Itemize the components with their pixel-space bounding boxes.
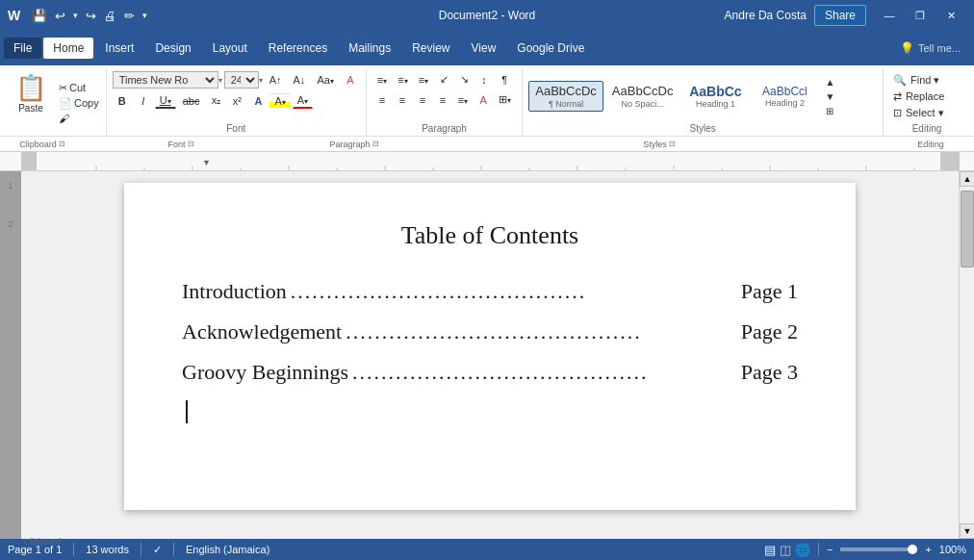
status-separator-4 xyxy=(818,543,819,556)
vertical-scrollbar[interactable]: ▲ ▼ xyxy=(959,171,974,539)
decrease-indent-button[interactable]: ↙ xyxy=(434,71,453,88)
redo-button[interactable]: ↪ xyxy=(84,7,98,25)
paragraph-expand[interactable]: Paragraph ⊡ xyxy=(277,137,431,151)
sort-button[interactable]: ↕ xyxy=(474,72,494,88)
styles-expand-icon[interactable]: ⊡ xyxy=(669,140,676,148)
print-button[interactable]: 🖨 xyxy=(102,7,118,25)
close-button[interactable]: ✕ xyxy=(936,5,966,26)
underline-button[interactable]: U▾ xyxy=(155,92,176,109)
decrease-font-button[interactable]: A↓ xyxy=(289,72,311,88)
scroll-track[interactable] xyxy=(960,187,974,523)
font-expand-icon[interactable]: ⊡ xyxy=(188,140,194,148)
scroll-up-button[interactable]: ▲ xyxy=(960,171,974,187)
style-normal[interactable]: AaBbCcDc ¶ Normal xyxy=(528,81,603,112)
save-button[interactable]: 💾 xyxy=(30,7,49,25)
paste-button[interactable]: 📋 Paste xyxy=(8,71,54,115)
quick-access-toolbar: 💾 ↩ ▾ ↪ 🖨 ✏ ▾ xyxy=(30,7,149,25)
text-highlight-button[interactable]: A▾ xyxy=(269,93,290,109)
style-heading2[interactable]: AaBbCcl Heading 2 xyxy=(751,82,818,111)
document-page[interactable]: Table of Contents Introduction .........… xyxy=(124,183,856,510)
toc-page-groovy: Page 3 xyxy=(741,360,798,385)
font-expand[interactable]: Font ⊡ xyxy=(85,137,277,151)
clear-formatting-button[interactable]: A xyxy=(341,72,360,88)
shading-button[interactable]: A xyxy=(474,92,493,108)
menu-view[interactable]: View xyxy=(462,38,506,59)
line-spacing-button[interactable]: ≡▾ xyxy=(453,92,473,108)
subscript-button[interactable]: x₂ xyxy=(206,92,225,109)
show-formatting-button[interactable]: ¶ xyxy=(495,72,514,88)
qat-more-button[interactable]: ▾ xyxy=(141,9,149,22)
editing-expand-label[interactable]: Editing xyxy=(887,137,974,151)
read-mode-icon[interactable]: ◫ xyxy=(780,543,791,557)
align-left-button[interactable]: ≡ xyxy=(372,92,392,108)
strikethrough-button[interactable]: abc xyxy=(178,93,205,109)
styles-expand-label[interactable]: Styles ⊡ xyxy=(431,137,887,151)
align-center-button[interactable]: ≡ xyxy=(393,92,412,108)
replace-button[interactable]: ⇄ Replace xyxy=(889,89,948,104)
style-heading1[interactable]: AaBbCc Heading 1 xyxy=(681,81,749,113)
share-button[interactable]: Share xyxy=(814,5,866,26)
undo-button[interactable]: ↩ xyxy=(53,7,67,25)
scroll-down-button[interactable]: ▼ xyxy=(960,523,974,539)
zoom-out-icon[interactable]: − xyxy=(827,544,833,555)
zoom-in-icon[interactable]: + xyxy=(925,544,931,555)
print-layout-icon[interactable]: ▤ xyxy=(764,543,776,557)
borders-button[interactable]: ⊞▾ xyxy=(494,91,516,108)
document-scroll-area[interactable]: Table of Contents Introduction .........… xyxy=(21,171,959,539)
font-color-button[interactable]: A▾ xyxy=(293,92,313,109)
style-normal-label: ¶ Normal xyxy=(549,99,583,109)
justify-button[interactable]: ≡ xyxy=(433,92,452,108)
toc-name-groovy: Groovy Beginnings xyxy=(182,360,348,385)
styles-expand[interactable]: ⊞ xyxy=(820,105,839,117)
margin-num-2: 2 xyxy=(8,219,13,229)
toc-title: Table of Contents xyxy=(182,221,798,250)
menu-review[interactable]: Review xyxy=(402,38,459,59)
align-right-button[interactable]: ≡ xyxy=(413,92,432,108)
menu-file[interactable]: File xyxy=(4,38,41,59)
bullets-button[interactable]: ≡▾ xyxy=(372,72,392,88)
menu-references[interactable]: References xyxy=(259,38,337,59)
menu-googledrive[interactable]: Google Drive xyxy=(507,38,594,59)
menu-home[interactable]: Home xyxy=(43,38,93,59)
format-painter-button[interactable]: 🖌 xyxy=(56,112,102,125)
change-case-button[interactable]: Aa▾ xyxy=(312,72,338,88)
cut-button[interactable]: ✂ Cut xyxy=(56,81,102,95)
customize-qat-button[interactable]: ✏ xyxy=(122,7,137,25)
increase-indent-button[interactable]: ↘ xyxy=(454,71,474,88)
title-bar-right: Andre Da Costa Share — ❐ ✕ xyxy=(725,5,966,26)
superscript-button[interactable]: x² xyxy=(227,93,246,109)
clipboard-expand-icon[interactable]: ⊡ xyxy=(59,140,65,148)
style-nospace[interactable]: AaBbCcDc No Spaci... xyxy=(605,81,680,112)
font-size-select[interactable]: 24 xyxy=(224,71,259,89)
tell-me-box[interactable]: 💡 Tell me... xyxy=(890,38,970,59)
menu-design[interactable]: Design xyxy=(145,38,200,59)
paragraph-expand-icon[interactable]: ⊡ xyxy=(372,140,379,148)
web-layout-icon[interactable]: 🌐 xyxy=(795,543,810,557)
bold-button[interactable]: B xyxy=(113,93,132,109)
format-painter-icon: 🖌 xyxy=(59,113,69,124)
scroll-thumb[interactable] xyxy=(961,191,974,267)
italic-button[interactable]: I xyxy=(134,93,153,109)
multilevel-list-button[interactable]: ≡▾ xyxy=(414,72,433,88)
select-button[interactable]: ⊡ Select ▾ xyxy=(889,106,948,120)
menu-layout[interactable]: Layout xyxy=(203,38,257,59)
maximize-button[interactable]: ❐ xyxy=(905,5,936,26)
clipboard-expand[interactable]: Clipboard ⊡ xyxy=(0,137,85,151)
font-name-select[interactable]: Times New Ro xyxy=(113,71,218,89)
zoom-slider[interactable] xyxy=(840,547,917,551)
menu-mailings[interactable]: Mailings xyxy=(339,38,400,59)
window-controls: — ❐ ✕ xyxy=(874,5,966,26)
numbering-button[interactable]: ≡▾ xyxy=(393,72,412,88)
zoom-level[interactable]: 100% xyxy=(939,544,966,555)
styles-scroll-up[interactable]: ▲ xyxy=(820,76,839,89)
text-effects-button[interactable]: A xyxy=(248,93,268,109)
styles-group-label: Styles xyxy=(643,140,667,149)
copy-button[interactable]: 📄 Copy xyxy=(56,96,102,111)
minimize-button[interactable]: — xyxy=(874,5,905,26)
copy-label: Copy xyxy=(74,97,99,109)
increase-font-button[interactable]: A↑ xyxy=(265,72,287,88)
menu-insert[interactable]: Insert xyxy=(95,38,143,59)
styles-scroll-down[interactable]: ▼ xyxy=(820,90,839,103)
find-button[interactable]: 🔍 Find ▾ xyxy=(889,73,948,88)
undo-dropdown-button[interactable]: ▾ xyxy=(71,9,80,22)
